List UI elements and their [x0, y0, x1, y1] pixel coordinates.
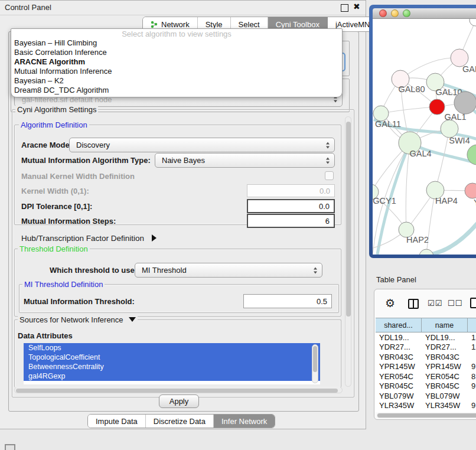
attribute-item[interactable]: TopologicalCoefficient — [24, 353, 320, 362]
tab-infer-network[interactable]: Infer Network — [214, 415, 275, 428]
table-cell: YDL19... — [422, 333, 468, 342]
manual-kernel-checkbox[interactable] — [325, 171, 334, 180]
table-hscrollbar[interactable] — [377, 413, 476, 418]
table-row[interactable]: YBR045CYBR045C9. — [376, 381, 476, 392]
table-cell: 13... — [468, 333, 476, 342]
table-row[interactable]: YLR345WYLR345W9. — [376, 401, 476, 411]
combobox-value: Discovery — [76, 141, 110, 149]
tab-impute-data[interactable]: Impute Data — [88, 415, 146, 428]
dropdown-item-list: Bayesian – Hill ClimbingBasic Correlatio… — [11, 38, 342, 95]
algorithm-option[interactable]: Bayesian – Hill Climbing — [11, 38, 342, 48]
table-cell: YIL052C — [376, 411, 422, 412]
table-cell: YBL079W — [376, 392, 422, 400]
column-header[interactable]: A — [468, 318, 476, 332]
close-traffic-light-icon[interactable] — [379, 9, 387, 17]
hscroll-thumb[interactable] — [16, 389, 338, 393]
tab-label: Discretize Data — [154, 417, 206, 426]
table-row[interactable]: YBL079WYBL079W — [376, 391, 476, 401]
group-title: Cyni Algorithm Settings — [15, 105, 98, 114]
table-cell: YBR045C — [376, 381, 422, 390]
kernel-width-label: Kernel Width (0,1): — [21, 187, 89, 195]
zoom-traffic-light-icon[interactable] — [403, 9, 410, 17]
deselect-all-icon[interactable]: ☐☐ — [448, 299, 462, 308]
network-icon — [151, 21, 158, 28]
algorithm-option[interactable]: Dream8 DC_TDC Algorithm — [11, 86, 342, 95]
attribute-item[interactable]: gal4RGexp — [24, 371, 320, 381]
attribute-item[interactable]: BetweennessCentrality — [24, 362, 320, 371]
sources-toggle[interactable]: Sources for Network Inference — [18, 315, 138, 324]
table-cell: 9. — [468, 362, 476, 371]
float-panel-icon[interactable] — [341, 4, 348, 12]
expanded-arrow-icon — [129, 317, 136, 322]
node-label: HAP4 — [435, 196, 458, 206]
which-threshold-combobox[interactable]: MI Threshold — [135, 263, 322, 278]
show-columns-icon[interactable] — [408, 299, 419, 309]
table-row[interactable]: YPR145WYPR145W9. — [376, 362, 476, 372]
network-node-y[interactable] — [465, 183, 476, 198]
network-node-gal1[interactable] — [429, 99, 445, 115]
spinner-icon — [314, 267, 317, 273]
aracne-mode-label: Aracne Mode: — [21, 141, 72, 149]
group-title: Threshold Definition — [18, 244, 90, 253]
table-cell: YDR27... — [376, 343, 422, 351]
table-cell: 9. — [468, 401, 476, 410]
column-header[interactable]: name — [422, 318, 468, 332]
select-all-icon[interactable]: ☑☑ — [428, 299, 442, 308]
control-panel-titlebar: Control Panel ✖ — [0, 1, 366, 15]
table-row[interactable]: YDL19...YDL19...13... — [376, 332, 476, 343]
network-canvas[interactable]: GALGAL80GAL10GAL1GAL11SWI4GAL4GCY1HAP4YH… — [373, 19, 476, 255]
apply-button[interactable]: Apply — [159, 394, 199, 408]
settings-hscrollbar[interactable] — [14, 387, 343, 393]
table-cell: YER054C — [422, 372, 468, 381]
export-table-icon[interactable] — [470, 298, 476, 308]
attributes-scrollbar[interactable] — [312, 344, 318, 383]
table-row[interactable]: YER054CYER054C8. — [376, 371, 476, 381]
node-label: GCY1 — [373, 196, 396, 206]
algorithm-option[interactable]: Basic Correlation Inference — [11, 48, 342, 57]
table-cell: YBR045C — [422, 381, 468, 390]
column-header[interactable]: shared... — [376, 318, 422, 332]
node-table[interactable]: shared...nameA YDL19...YDL19...13...YDR2… — [376, 318, 476, 412]
algorithm-option[interactable]: ARACNE Algorithm — [11, 57, 342, 67]
table-row[interactable]: YIL052CYIL052C9. — [376, 410, 476, 412]
settings-vscrollbar[interactable] — [345, 116, 351, 387]
vscroll-thumb[interactable] — [346, 122, 351, 317]
hub-definition-toggle[interactable]: Hub/Transcription Factor Definition — [21, 234, 157, 243]
tab-label: Network — [161, 20, 190, 29]
group-title: MI Threshold Definition — [22, 280, 105, 289]
algorithm-option[interactable]: Bayesian – K2 — [11, 76, 342, 86]
table-row[interactable]: YBR043CYBR043C — [376, 352, 476, 362]
network-window-titlebar[interactable] — [373, 8, 476, 19]
tab-label: Select — [239, 20, 260, 29]
collapsed-panel-button[interactable] — [5, 444, 15, 450]
close-panel-icon[interactable]: ✖ — [353, 2, 360, 11]
mi-steps-field[interactable]: 6 — [247, 214, 335, 228]
attribute-item[interactable]: SelfLoops — [24, 343, 320, 353]
table-hscroll-thumb[interactable] — [377, 413, 476, 418]
attributes-scroll-thumb[interactable] — [313, 346, 317, 372]
minimize-traffic-light-icon[interactable] — [391, 9, 399, 17]
aracne-mode-combobox[interactable]: Discovery — [69, 138, 335, 152]
mi-threshold-field[interactable]: 0.5 — [243, 294, 332, 308]
dpi-tolerance-field[interactable]: 0.0 — [247, 199, 335, 213]
tab-discretize-data[interactable]: Discretize Data — [146, 415, 214, 428]
kernel-width-field[interactable]: 0.0 — [247, 184, 335, 197]
tab-label: Cyni Toolbox — [276, 20, 319, 29]
mi-type-combobox[interactable]: Naive Bayes — [155, 153, 335, 168]
algorithm-option[interactable]: Mutual Information Inference — [11, 67, 342, 76]
table-row[interactable]: YDR27...YDR27...12... — [376, 343, 476, 353]
spinner-icon — [326, 142, 330, 148]
gear-icon[interactable]: ⚙ — [385, 296, 395, 310]
node-label: GAL80 — [398, 84, 425, 94]
table-cell: 8. — [468, 372, 476, 381]
table-cell: YPR145W — [376, 362, 422, 371]
network-node[interactable] — [454, 92, 476, 114]
which-threshold-label: Which threshold to use: — [50, 266, 137, 275]
table-cell: 12... — [468, 343, 476, 351]
network-node[interactable] — [470, 19, 476, 26]
data-attributes-label: Data Attributes — [18, 331, 73, 340]
network-node[interactable] — [419, 249, 433, 255]
data-attributes-list[interactable]: SelfLoopsTopologicalCoefficientBetweenne… — [24, 343, 320, 384]
group-title: Algorithm Definition — [19, 120, 89, 129]
network-node-swi4[interactable] — [441, 120, 458, 138]
